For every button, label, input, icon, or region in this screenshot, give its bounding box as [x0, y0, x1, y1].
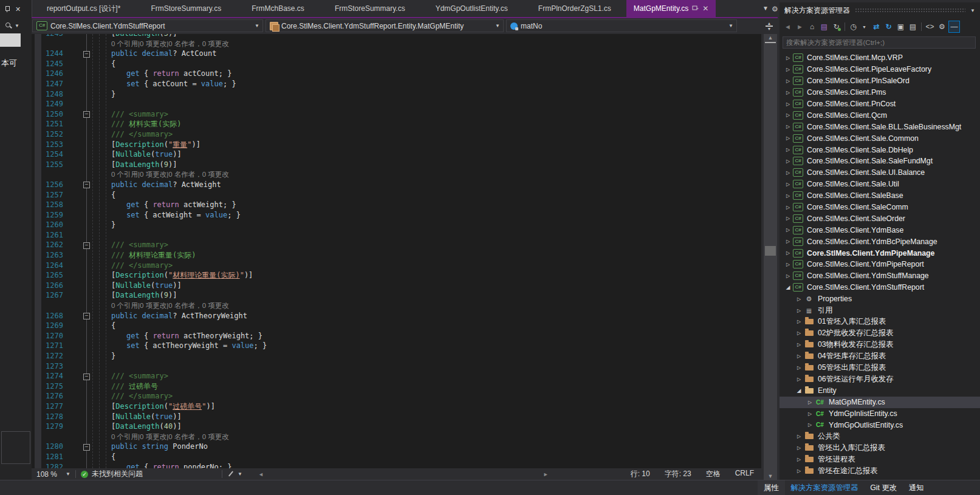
- tree-item[interactable]: ▷04管坯库存汇总报表: [780, 350, 980, 362]
- code-line[interactable]: 1266[Nullable(true)]: [32, 281, 761, 291]
- code-line[interactable]: 1270get { return actTheoryWeight; }: [32, 331, 761, 341]
- tree-item[interactable]: ▷06管坯运行年月收发存: [780, 374, 980, 385]
- code-line[interactable]: 1259set { actWeight = value; }: [32, 210, 761, 220]
- code-line[interactable]: 1247set { actCount = value; }: [32, 79, 761, 89]
- editor-vertical-scrollbar[interactable]: ▲ ▼: [764, 34, 777, 480]
- expand-arrow-icon[interactable]: ▷: [784, 147, 792, 152]
- document-tab[interactable]: FrmStoreSummary.cs: [320, 0, 420, 17]
- type-dropdown[interactable]: Core.StlMes.Client.YdmStuffReport.Entity…: [266, 19, 504, 32]
- tab-options-gear-icon[interactable]: ⚙: [772, 5, 778, 13]
- code-line[interactable]: 1264/// </summary>: [32, 261, 761, 271]
- eol-indicator[interactable]: CRLF: [735, 469, 754, 479]
- split-editor-button[interactable]: ▲▼: [762, 19, 776, 33]
- pin-icon[interactable]: [693, 7, 699, 11]
- tree-item[interactable]: ◢C#Core.StlMes.Client.YdmStuffReport: [780, 282, 980, 293]
- tree-item[interactable]: ▷管坯进程表: [780, 454, 980, 465]
- home-icon[interactable]: ⌂: [806, 21, 818, 33]
- document-tab[interactable]: FrmPlnOrderZgSL1.cs: [523, 0, 626, 17]
- tree-item[interactable]: ▷管坯在途汇总报表: [780, 465, 980, 477]
- code-line[interactable]: 1273: [32, 361, 761, 372]
- expand-arrow-icon[interactable]: ▷: [795, 445, 803, 451]
- expand-arrow-icon[interactable]: ▷: [795, 330, 803, 336]
- tree-item[interactable]: ▷C#Core.StlMes.Client.PnCost: [780, 98, 980, 110]
- code-line[interactable]: 1267[DataLength(9)]: [32, 290, 761, 301]
- code-line[interactable]: 1269{: [32, 321, 761, 331]
- scroll-down-arrow-icon[interactable]: ▼: [764, 473, 777, 479]
- tree-item[interactable]: ▷管坯出入库汇总报表: [780, 442, 980, 454]
- code-line[interactable]: 1245{: [32, 59, 761, 69]
- tree-item[interactable]: ▷C#YdmGpInlistEntity.cs: [780, 408, 980, 420]
- expand-arrow-icon[interactable]: ▷: [806, 411, 814, 417]
- member-dropdown[interactable]: matNo ▼: [506, 19, 737, 32]
- expand-arrow-icon[interactable]: ▷: [784, 124, 792, 129]
- document-tab[interactable]: FrmMchBase.cs: [236, 0, 320, 17]
- expand-arrow-icon[interactable]: ▷: [784, 216, 792, 221]
- tree-item[interactable]: ▷C#Core.StlMes.Client.Qcm: [780, 109, 980, 121]
- expand-arrow-icon[interactable]: ▷: [784, 78, 792, 84]
- code-line[interactable]: 1276/// </summary>: [32, 391, 761, 401]
- expand-arrow-icon[interactable]: ▷: [784, 262, 792, 267]
- code-line[interactable]: 1248}: [32, 89, 761, 100]
- expand-arrow-icon[interactable]: ▷: [784, 170, 792, 176]
- tree-item[interactable]: ▷C#YdmGpOutlistEntity.cs: [780, 420, 980, 431]
- expand-arrow-icon[interactable]: ▷: [784, 55, 792, 61]
- expand-arrow-icon[interactable]: ▷: [795, 342, 803, 347]
- tree-item[interactable]: ▷C#Core.StlMes.Client.SaleOrder: [780, 213, 980, 224]
- tree-item[interactable]: ▷▦引用: [780, 305, 980, 316]
- code-line[interactable]: 1246get { return actCount; }: [32, 69, 761, 79]
- code-line[interactable]: 1254[Nullable(true)]: [32, 149, 761, 160]
- scrollbar-thumb[interactable]: [765, 246, 776, 256]
- code-line[interactable]: 1272}: [32, 351, 761, 361]
- document-tab[interactable]: MatGpMEntity.cs✕: [626, 0, 716, 17]
- code-editor[interactable]: 1243[DataLength(3)]0 个引用|0 项更改|0 名作者，0 项…: [32, 34, 761, 468]
- code-line[interactable]: 1249: [32, 99, 761, 109]
- code-line[interactable]: 1282get { return ponderNo; }: [32, 462, 761, 468]
- chevron-down-icon[interactable]: ▼: [970, 8, 975, 13]
- tree-item[interactable]: ▷C#Core.StlMes.Client.Sale.BLL.SaleBusin…: [780, 121, 980, 132]
- caret[interactable]: ▼: [858, 21, 870, 33]
- forward-icon[interactable]: ►: [794, 21, 806, 33]
- code-line[interactable]: 1258get { return actWeight; }: [32, 200, 761, 210]
- code-line[interactable]: 1256–public decimal? ActWeight: [32, 180, 761, 190]
- expand-arrow-icon[interactable]: ▷: [784, 135, 792, 141]
- tree-item[interactable]: ▷C#Core.StlMes.Client.Sale.DbHelp: [780, 144, 980, 155]
- solution-search-input[interactable]: 搜索解决方案资源管理器(Ctrl+;): [783, 36, 976, 49]
- expand-arrow-icon[interactable]: ▷: [784, 193, 792, 199]
- expand-arrow-icon[interactable]: ▷: [795, 468, 803, 474]
- tree-item[interactable]: ▷05管坯出库汇总报表: [780, 362, 980, 374]
- code-line[interactable]: 1262–/// <summary>: [32, 240, 761, 250]
- code-line[interactable]: 1280–public string PonderNo: [32, 442, 761, 452]
- tree-item[interactable]: ◢Entity: [780, 385, 980, 397]
- document-health-indicator[interactable]: ✓ 未找到相关问题: [81, 469, 143, 479]
- codelens-line[interactable]: 0 个引用|0 项更改|0 名作者，0 项更改: [32, 169, 761, 180]
- tree-item[interactable]: ▷C#Core.StlMes.Client.SaleBase: [780, 190, 980, 202]
- tree-item[interactable]: ▷C#Core.StlMes.Client.Mcp.VRP: [780, 52, 980, 64]
- tree-item[interactable]: ▷C#Core.StlMes.Client.Sale.UI.Balance: [780, 167, 980, 179]
- code-line[interactable]: 1265[Description("材料理论重量(实际)")]: [32, 270, 761, 281]
- code-line[interactable]: 1244–public decimal? ActCount: [32, 49, 761, 59]
- code-line[interactable]: 1274–/// <summary>: [32, 371, 761, 381]
- code-line[interactable]: 1261: [32, 230, 761, 241]
- whitespace-indicator[interactable]: 空格: [706, 469, 721, 479]
- code-line[interactable]: 1257{: [32, 190, 761, 200]
- code-line[interactable]: 1251/// 材料实重(实际): [32, 119, 761, 129]
- preview-selected-items-icon[interactable]: —: [948, 21, 960, 33]
- chevron-down-icon[interactable]: ▼: [15, 23, 19, 29]
- back-icon[interactable]: ◄: [782, 21, 793, 33]
- expand-arrow-icon[interactable]: ▷: [784, 273, 792, 279]
- tree-item[interactable]: ▷C#Core.StlMes.Client.PlnSaleOrd: [780, 75, 980, 87]
- tree-item[interactable]: ▷C#Core.StlMes.Client.Sale.Common: [780, 132, 980, 144]
- code-line[interactable]: 1255[DataLength(9)]: [32, 160, 761, 170]
- view-code-icon[interactable]: <>: [924, 21, 936, 33]
- document-tab[interactable]: YdmGpOutlistEntity.cs: [420, 0, 523, 17]
- expand-arrow-icon[interactable]: ▷: [784, 112, 792, 118]
- pen-control[interactable]: ▼: [227, 471, 242, 477]
- expand-arrow-icon[interactable]: ▷: [795, 434, 803, 439]
- outlining-collapse-box[interactable]: –: [83, 182, 90, 188]
- tree-item[interactable]: ▷01管坯入库汇总报表: [780, 316, 980, 327]
- codelens-line[interactable]: 0 个引用|0 项更改|0 名作者，0 项更改: [32, 432, 761, 442]
- sync-with-active-document-icon[interactable]: ↻: [831, 21, 842, 33]
- code-line[interactable]: 1243[DataLength(3)]: [32, 34, 761, 39]
- outlining-collapse-box[interactable]: –: [83, 374, 90, 380]
- code-line[interactable]: 1281{: [32, 452, 761, 462]
